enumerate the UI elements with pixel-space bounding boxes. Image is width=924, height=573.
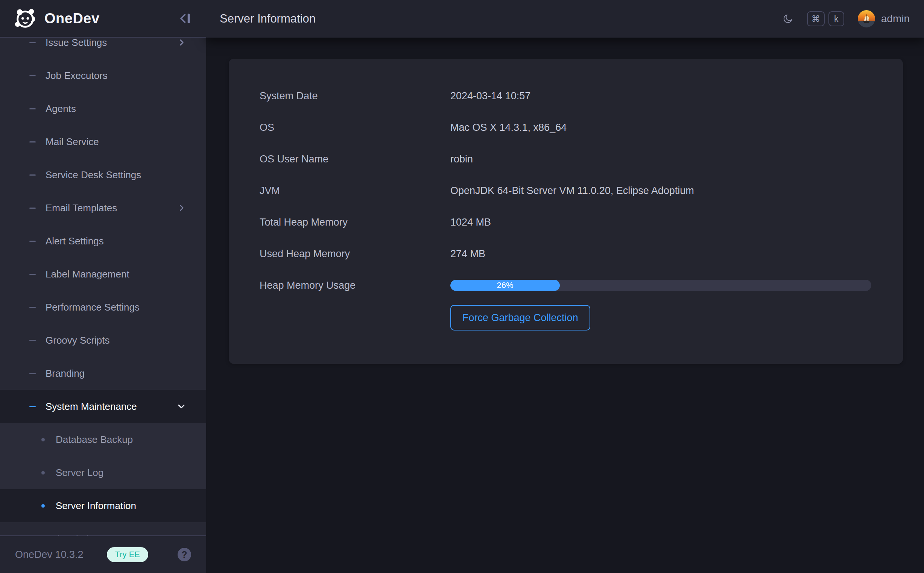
chevron-right-icon bbox=[177, 203, 187, 213]
dash-icon bbox=[29, 108, 36, 110]
main-content: System Date 2024-03-14 10:57 OS Mac OS X… bbox=[206, 38, 924, 573]
sidebar-item-label: Service Desk Settings bbox=[45, 169, 141, 181]
sidebar-item-mail-service[interactable]: Mail Service bbox=[0, 125, 206, 158]
heap-progress-fill: 26% bbox=[450, 280, 560, 291]
sidebar-item-groovy-scripts[interactable]: Groovy Scripts bbox=[0, 324, 206, 357]
sidebar-item-job-executors[interactable]: Job Executors bbox=[0, 59, 206, 92]
topbar-actions: ⌘ k ad bbox=[782, 10, 910, 27]
dash-icon bbox=[29, 373, 36, 374]
row-label: Total Heap Memory bbox=[260, 216, 450, 228]
k-key-badge: k bbox=[828, 11, 844, 26]
sidebar-item-label-management[interactable]: Label Management bbox=[0, 258, 206, 291]
dash-icon bbox=[29, 274, 36, 275]
onedev-logo-icon bbox=[14, 7, 37, 30]
topbar: Server Information ⌘ k bbox=[206, 0, 924, 38]
sidebar-logo-bar: OneDev bbox=[0, 0, 206, 38]
server-info-card: System Date 2024-03-14 10:57 OS Mac OS X… bbox=[229, 59, 903, 364]
info-row-jvm: JVM OpenJDK 64-Bit Server VM 11.0.20, Ec… bbox=[229, 175, 903, 207]
sidebar-item-label: Alert Settings bbox=[45, 235, 104, 247]
gc-button-row: Force Garbage Collection bbox=[450, 305, 903, 330]
heap-progress-bar: 26% bbox=[450, 280, 871, 291]
sidebar-item-label: Groovy Scripts bbox=[45, 335, 110, 346]
sidebar-item-server-log[interactable]: Server Log bbox=[0, 456, 206, 489]
dark-mode-moon-icon[interactable] bbox=[782, 13, 794, 24]
row-label: Heap Memory Usage bbox=[260, 280, 450, 291]
avatar bbox=[858, 10, 875, 27]
sidebar-item-label: Agents bbox=[45, 103, 76, 115]
version-label: OneDev 10.3.2 bbox=[15, 549, 83, 560]
bullet-icon bbox=[41, 504, 45, 507]
bullet-icon bbox=[41, 471, 45, 474]
sidebar-item-label: System Maintenance bbox=[45, 401, 137, 412]
dash-icon bbox=[29, 340, 36, 341]
sidebar-item-label: Branding bbox=[45, 368, 85, 379]
row-value: Mac OS X 14.3.1, x86_64 bbox=[450, 122, 566, 133]
heap-progress-percent: 26% bbox=[497, 280, 513, 290]
dash-icon bbox=[29, 174, 36, 175]
row-value: OpenJDK 64-Bit Server VM 11.0.20, Eclips… bbox=[450, 185, 694, 197]
user-menu[interactable]: admin bbox=[858, 10, 910, 27]
sidebar-item-system-maintenance[interactable]: System Maintenance bbox=[0, 390, 206, 423]
page-title: Server Information bbox=[220, 12, 316, 25]
dash-icon bbox=[29, 307, 36, 308]
cmd-key-badge: ⌘ bbox=[807, 11, 825, 26]
sidebar-footer: OneDev 10.3.2 Try EE ? bbox=[0, 535, 206, 573]
sidebar-item-label: Job Executors bbox=[45, 70, 108, 81]
row-label: System Date bbox=[260, 90, 450, 102]
row-value: 1024 MB bbox=[450, 216, 491, 228]
sidebar-item-label: Server Information bbox=[56, 500, 136, 512]
row-value: 274 MB bbox=[450, 248, 485, 260]
row-label: Used Heap Memory bbox=[260, 248, 450, 260]
row-label: OS User Name bbox=[260, 153, 450, 165]
sidebar-item-alert-settings[interactable]: Alert Settings bbox=[0, 224, 206, 258]
info-row-system-date: System Date 2024-03-14 10:57 bbox=[229, 80, 903, 112]
sidebar-item-label: Performance Settings bbox=[45, 302, 140, 313]
sidebar: Issue Settings Job Executors Agents Mail… bbox=[0, 0, 206, 573]
info-row-os: OS Mac OS X 14.3.1, x86_64 bbox=[229, 112, 903, 143]
row-label: JVM bbox=[260, 185, 450, 197]
try-ee-badge[interactable]: Try EE bbox=[107, 547, 148, 562]
keyboard-shortcut[interactable]: ⌘ k bbox=[807, 11, 844, 26]
info-row-os-user-name: OS User Name robin bbox=[229, 143, 903, 175]
sidebar-item-database-backup[interactable]: Database Backup bbox=[0, 423, 206, 456]
sidebar-item-branding[interactable]: Branding bbox=[0, 357, 206, 390]
sidebar-item-email-templates[interactable]: Email Templates bbox=[0, 191, 206, 224]
dash-icon bbox=[29, 208, 36, 209]
force-garbage-collection-button[interactable]: Force Garbage Collection bbox=[450, 305, 590, 330]
sidebar-item-agents[interactable]: Agents bbox=[0, 92, 206, 125]
row-label: OS bbox=[260, 122, 450, 133]
dash-icon bbox=[29, 42, 36, 43]
user-name: admin bbox=[881, 13, 910, 25]
dash-icon bbox=[29, 241, 36, 242]
sidebar-item-label: Server Log bbox=[56, 467, 104, 479]
dash-icon bbox=[29, 406, 36, 407]
info-row-total-heap-memory: Total Heap Memory 1024 MB bbox=[229, 207, 903, 238]
sidebar-item-label: Mail Service bbox=[45, 136, 99, 148]
sidebar-item-label: Issue Settings bbox=[45, 37, 107, 49]
chevron-down-icon bbox=[176, 401, 187, 412]
app-name: OneDev bbox=[44, 11, 100, 27]
sidebar-item-performance-settings[interactable]: Performance Settings bbox=[0, 291, 206, 324]
sidebar-item-label: Database Backup bbox=[56, 434, 133, 446]
help-icon[interactable]: ? bbox=[177, 548, 191, 561]
sidebar-item-label: Email Templates bbox=[45, 202, 117, 214]
row-value: robin bbox=[450, 153, 473, 165]
info-row-heap-memory-usage: Heap Memory Usage 26% bbox=[229, 269, 903, 301]
dash-icon bbox=[29, 141, 36, 142]
dash-icon bbox=[29, 75, 36, 76]
sidebar-collapse-icon[interactable] bbox=[176, 10, 193, 27]
sidebar-item-server-information[interactable]: Server Information bbox=[0, 489, 206, 522]
bullet-icon bbox=[41, 438, 45, 441]
sidebar-item-label: Label Management bbox=[45, 268, 129, 280]
chevron-right-icon bbox=[177, 38, 187, 47]
info-row-used-heap-memory: Used Heap Memory 274 MB bbox=[229, 238, 903, 269]
sidebar-item-service-desk-settings[interactable]: Service Desk Settings bbox=[0, 158, 206, 191]
sidebar-nav: Issue Settings Job Executors Agents Mail… bbox=[0, 0, 206, 573]
row-value: 2024-03-14 10:57 bbox=[450, 90, 530, 102]
